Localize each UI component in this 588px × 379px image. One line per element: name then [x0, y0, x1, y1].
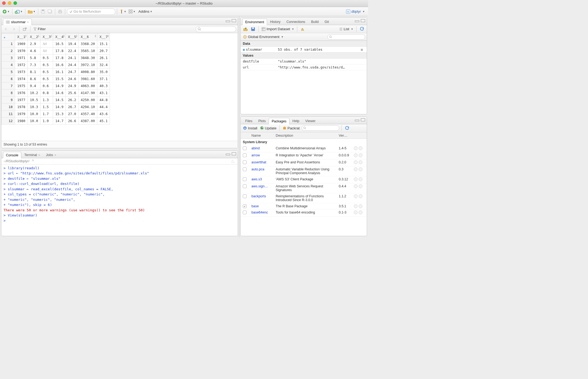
tab-help[interactable]: Help — [289, 118, 302, 124]
remove-icon[interactable] — [359, 177, 362, 181]
clear-workspace-button[interactable] — [299, 26, 306, 32]
pkg-row[interactable]: base64encTools for base64 encoding0.1-3 — [241, 209, 367, 216]
grid-button[interactable]: ▼ — [128, 8, 136, 15]
pkg-row[interactable]: assertthatEasy Pre and Post Assertions0.… — [241, 159, 367, 166]
remove-icon[interactable] — [359, 160, 362, 164]
tab-console[interactable]: Console — [3, 152, 21, 158]
view-mode-button[interactable]: List▼ — [338, 26, 354, 32]
column-header[interactable]: X__5▲▼ — [66, 33, 78, 40]
env-row[interactable]: url"http://www.fns.usda.gov/sites/d… — [241, 64, 367, 70]
web-icon[interactable] — [354, 211, 358, 214]
web-icon[interactable] — [354, 177, 358, 181]
table-row[interactable]: 219704.6NA17.822.43565.1020.7 — [2, 47, 110, 54]
tab-packages[interactable]: Packages — [269, 118, 289, 124]
pkg-name[interactable]: base64enc — [251, 211, 276, 214]
tab-git[interactable]: Git — [321, 18, 332, 25]
install-button[interactable]: Install — [242, 125, 258, 131]
remove-icon[interactable] — [359, 184, 362, 188]
forward-button[interactable] — [11, 26, 17, 32]
new-project-button[interactable]: ▼ — [14, 8, 23, 15]
pkg-row[interactable]: backportsReimplementations of Functions … — [241, 193, 367, 203]
refresh-button[interactable] — [344, 125, 350, 131]
tab-terminal[interactable]: Terminal× — [21, 151, 43, 158]
pkg-row[interactable]: aws.sign…Amazon Web Services Request Sig… — [241, 183, 367, 193]
env-row[interactable]: ◉slsummar53 obs. of 7 variables▦ — [241, 47, 367, 53]
table-row[interactable]: 8197610.20.814.625.64147.9043.1 — [2, 89, 110, 97]
close-icon[interactable]: × — [27, 20, 29, 24]
table-row[interactable]: 12198010.01.914.726.64387.0045.1 — [2, 118, 110, 125]
pkg-name[interactable]: aws.s3 — [251, 177, 276, 181]
maximize-pane-button[interactable] — [232, 152, 236, 155]
save-workspace-button[interactable] — [250, 26, 256, 32]
load-workspace-button[interactable] — [242, 26, 249, 32]
remove-icon[interactable] — [359, 211, 362, 214]
pkg-name[interactable]: abind — [251, 146, 276, 150]
table-row[interactable]: 519738.10.516.124.74008.8035.0 — [2, 68, 110, 75]
web-icon[interactable] — [354, 204, 358, 208]
checkbox[interactable] — [243, 184, 247, 188]
checkbox[interactable] — [243, 153, 247, 157]
column-header[interactable]: X__1▲▼ — [15, 33, 28, 40]
web-icon[interactable] — [354, 184, 358, 188]
maximize-pane-button[interactable] — [361, 118, 365, 121]
open-file-button[interactable]: ▼ — [27, 8, 36, 15]
minimize-pane-button[interactable] — [355, 120, 359, 121]
env-search[interactable] — [327, 34, 365, 40]
checkbox[interactable] — [243, 211, 247, 214]
column-header[interactable]: X__6▲▼ — [78, 33, 97, 40]
scope-selector[interactable]: Global Environment▼ — [242, 34, 284, 40]
back-button[interactable] — [3, 26, 9, 32]
tools-button[interactable]: ▼ — [119, 8, 127, 15]
popout-button[interactable] — [22, 26, 28, 32]
pkg-row[interactable]: ✓baseThe R Base Package3.5.1 — [241, 203, 367, 210]
checkbox[interactable] — [243, 146, 247, 150]
pkg-name[interactable]: backports — [251, 194, 276, 198]
column-header[interactable]: X__3▲▼ — [40, 33, 53, 40]
table-row[interactable]: 10197810.31.514.926.74294.1044.4 — [2, 104, 110, 111]
close-icon[interactable]: × — [38, 153, 40, 157]
tab-jobs[interactable]: Jobs× — [43, 151, 59, 158]
clear-console-icon[interactable] — [231, 159, 236, 163]
console-output[interactable]: > library(readxl)> url ← "http://www.fns… — [1, 164, 238, 236]
web-icon[interactable] — [354, 146, 358, 150]
view-grid-icon[interactable]: ▦ — [361, 47, 365, 51]
table-row[interactable]: 719759.40.614.924.94063.0040.3 — [2, 82, 110, 89]
print-button[interactable] — [57, 8, 63, 15]
table-row[interactable]: 419727.30.516.624.43972.1032.4 — [2, 61, 110, 68]
pkg-row[interactable]: aws.s3'AWS S3' Client Package0.3.12 — [241, 176, 367, 183]
column-header[interactable]: X__4▲▼ — [53, 33, 66, 40]
pkg-row[interactable]: abindCombine Multidimensional Arrays1.4-… — [241, 145, 367, 152]
table-row[interactable]: 319715.80.517.824.13848.3026.1 — [2, 54, 110, 61]
env-row[interactable]: destfile"slsummar.xls" — [241, 58, 367, 64]
window-minimize-button[interactable] — [8, 1, 11, 5]
tab-connections[interactable]: Connections — [283, 18, 308, 25]
pkg-name[interactable]: assertthat — [251, 160, 276, 164]
update-button[interactable]: Update — [259, 125, 277, 131]
column-header[interactable]: X__7▲▼ — [97, 33, 110, 40]
minimize-pane-button[interactable] — [355, 20, 359, 22]
checkbox[interactable] — [243, 160, 247, 164]
pkg-row[interactable]: arrowR Integration to 'Apache' 'Arrow'0.… — [241, 152, 367, 159]
pkg-name[interactable]: aws.sign… — [251, 184, 276, 188]
tab-files[interactable]: Files — [242, 118, 255, 124]
table-row[interactable]: 619748.60.515.524.63981.6037.1 — [2, 75, 110, 82]
maximize-pane-button[interactable] — [232, 19, 236, 22]
tab-build[interactable]: Build — [308, 18, 322, 25]
pkg-search[interactable] — [302, 125, 339, 131]
column-header[interactable]: X__2▲▼ — [28, 33, 40, 40]
minimize-pane-button[interactable] — [226, 154, 230, 155]
data-grid[interactable]: ▲X__1▲▼X__2▲▼X__3▲▼X__4▲▼X__5▲▼X__6▲▼X__… — [1, 33, 238, 141]
minimize-pane-button[interactable] — [226, 20, 230, 22]
tab-slsummar[interactable]: slsummar × — [3, 19, 32, 25]
save-all-button[interactable] — [47, 8, 53, 15]
pkg-list[interactable]: System LibraryabindCombine Multidimensio… — [241, 139, 367, 236]
checkbox[interactable] — [243, 194, 247, 198]
goto-file-function[interactable]: Go to file/function — [67, 8, 115, 15]
filter-button[interactable]: Filter — [33, 26, 47, 32]
dataviewer-search[interactable] — [196, 26, 236, 32]
project-menu[interactable]: R dbplyr▼ — [344, 9, 366, 14]
remove-icon[interactable] — [359, 194, 362, 198]
web-icon[interactable] — [354, 160, 358, 164]
close-icon[interactable]: × — [54, 153, 56, 157]
env-list[interactable]: Data◉slsummar53 obs. of 7 variables▦Valu… — [241, 41, 367, 114]
